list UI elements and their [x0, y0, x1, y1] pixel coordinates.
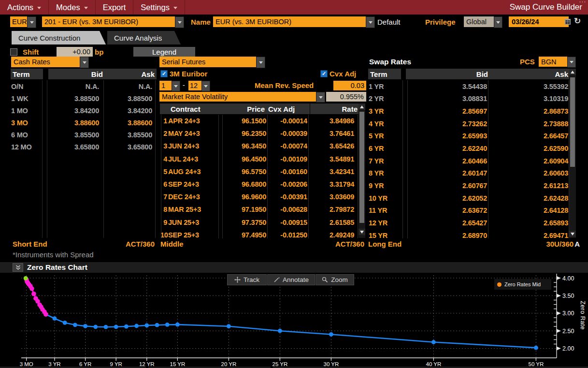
- date-field[interactable]: 03/26/24: [509, 16, 569, 27]
- futures-col-rate[interactable]: Rate: [310, 103, 359, 114]
- menu-actions[interactable]: Actions: [0, 0, 49, 15]
- cell: 2.60603: [487, 169, 568, 177]
- cash-rates-select[interactable]: Cash Rates: [11, 57, 84, 67]
- cell: 3.88600: [99, 119, 152, 127]
- futures-col-contract[interactable]: Contract: [160, 103, 227, 114]
- curve-dropdown-button[interactable]: [175, 16, 184, 28]
- swap-col-term[interactable]: Term: [368, 69, 401, 79]
- serial-futures-dropdown-button[interactable]: [256, 57, 265, 68]
- cell: 6: [160, 180, 167, 188]
- futures-scrollbar-thumb[interactable]: [359, 112, 364, 223]
- table-row[interactable]: 5AUG 24+396.5750-0.001603.42341: [159, 165, 359, 178]
- table-row[interactable]: 4 YR2.732622.73888: [367, 118, 569, 130]
- table-row[interactable]: 4JUL 24+396.4500-0.001093.54891: [159, 153, 359, 165]
- cell: 2.61585: [307, 219, 354, 226]
- cash-col-term[interactable]: Term: [11, 69, 43, 79]
- refresh-icon[interactable]: ↻: [574, 16, 584, 27]
- range-start-dropdown-button[interactable]: [172, 81, 180, 91]
- table-row[interactable]: 6SEP 24+396.6800-0.002063.31794: [159, 178, 359, 191]
- cell: 3.65426: [307, 142, 354, 150]
- chevron-down-icon: [204, 85, 208, 88]
- collapse-chart-icon[interactable]: [13, 263, 23, 272]
- cell: -0.00628: [266, 206, 307, 213]
- table-row[interactable]: 6 YR2.622402.62590: [367, 142, 569, 155]
- menu-settings[interactable]: Settings: [133, 0, 185, 15]
- pcs-select[interactable]: BGN: [539, 57, 571, 67]
- cell: N.A.: [99, 83, 152, 90]
- name-dropdown-button[interactable]: [366, 16, 375, 28]
- volatility-select[interactable]: Market Rate Volatility: [159, 92, 320, 102]
- table-row[interactable]: 7 YR2.604662.60904: [367, 155, 569, 167]
- table-row[interactable]: 8MAR 25+397.1950-0.006282.79872: [159, 203, 359, 216]
- table-row[interactable]: 5 YR2.659932.66457: [367, 130, 569, 143]
- volatility-value-input[interactable]: 0.955%: [326, 92, 366, 102]
- table-row[interactable]: 1APR 24+396.1500-0.000143.84986: [159, 115, 359, 127]
- menu-export[interactable]: Export: [96, 0, 134, 15]
- name-field[interactable]: EUR (vs. 3M EURIBOR): [213, 16, 370, 27]
- cell: 5 YR: [369, 132, 400, 140]
- swap-col-bid[interactable]: Bid: [406, 69, 490, 79]
- table-row[interactable]: 3 YR2.856972.86873: [367, 105, 569, 118]
- calendar-icon[interactable]: [564, 17, 572, 26]
- volatility-dropdown-button[interactable]: [316, 92, 325, 103]
- table-row[interactable]: 15 YR2.689702.69471: [367, 229, 569, 238]
- swap-col-ask[interactable]: Ask: [490, 69, 570, 79]
- table-row[interactable]: 8 YR2.601472.60603: [367, 167, 569, 179]
- mean-rev-speed-input[interactable]: 0.03: [333, 81, 366, 90]
- scroll-down-icon[interactable]: [359, 229, 365, 235]
- swap-scrollbar-thumb[interactable]: [570, 77, 575, 167]
- cell: 2.62052: [409, 194, 487, 202]
- shift-value-input[interactable]: +0.00: [57, 47, 93, 57]
- tab-curve-construction[interactable]: Curve Construction: [12, 31, 106, 44]
- range-end-dropdown-button[interactable]: [201, 81, 210, 91]
- window-grip-icon[interactable]: [579, 1, 586, 3]
- pcs-dropdown-button[interactable]: [567, 57, 576, 68]
- table-row[interactable]: 9 YR2.607672.61213: [367, 179, 569, 192]
- menu-modes[interactable]: Modes: [49, 0, 96, 15]
- futures-col-price[interactable]: Price: [218, 103, 267, 114]
- zoom-button[interactable]: Zoom: [316, 274, 354, 285]
- table-row[interactable]: 10 YR2.620522.62428: [367, 192, 569, 205]
- cash-rates-dropdown-button[interactable]: [80, 57, 89, 68]
- curve-select[interactable]: 201 - EUR (vs. 3M EURIBOR): [42, 16, 179, 27]
- cell: 3.03609: [307, 193, 354, 201]
- table-row[interactable]: 2 YR3.088313.10319: [367, 93, 569, 105]
- cash-col-ask[interactable]: Ask: [104, 69, 157, 79]
- scroll-up-icon[interactable]: [359, 103, 365, 110]
- shift-checkbox[interactable]: [10, 48, 17, 56]
- instrument-checkbox[interactable]: ✓: [160, 70, 168, 77]
- serial-futures-select[interactable]: Serial Futures: [159, 57, 260, 67]
- table-row[interactable]: 10SEP 25+397.4950-0.012502.49249: [159, 229, 359, 238]
- table-row[interactable]: 12 YR2.654272.65893: [367, 217, 569, 229]
- table-row[interactable]: 3JUN 24+396.3450-0.000743.65426: [159, 140, 359, 152]
- scroll-down-icon[interactable]: [569, 231, 576, 237]
- cvx-adj-checkbox[interactable]: ✓: [320, 70, 328, 77]
- annotate-button[interactable]: Annotate: [267, 274, 315, 285]
- table-row[interactable]: 3 MO3.886003.88600: [0, 117, 158, 129]
- table-row[interactable]: 11 YR2.636722.64128: [367, 204, 569, 217]
- cell: 97.1950: [215, 206, 266, 213]
- table-row[interactable]: 9JUN 25+397.3750-0.009152.61585: [159, 216, 359, 229]
- table-row[interactable]: O/NN.A.N.A.: [0, 80, 158, 92]
- table-row[interactable]: 2MAY 24+396.2350-0.000393.76461: [159, 127, 359, 140]
- table-row[interactable]: 1 YR3.544383.55392: [367, 80, 569, 93]
- table-row[interactable]: 1 MO3.842003.84200: [0, 104, 158, 117]
- cell: -0.00915: [266, 219, 307, 226]
- cash-col-bid[interactable]: Bid: [48, 69, 105, 79]
- cell: -0.00014: [266, 117, 307, 125]
- track-button[interactable]: Track: [227, 274, 267, 285]
- privilege-dropdown-button[interactable]: [494, 16, 502, 28]
- legend-label: Zero Rates Mid: [504, 281, 541, 287]
- swap-rates-table: 1 YR3.544383.553922 YR3.088313.103193 YR…: [367, 80, 569, 238]
- scroll-up-icon[interactable]: [569, 69, 576, 75]
- table-row[interactable]: 6 MO3.855003.85500: [0, 129, 158, 141]
- column-divider: [155, 80, 156, 238]
- table-row[interactable]: 1 WK3.885003.88500: [0, 92, 158, 104]
- table-row[interactable]: 12 MO3.658003.65800: [0, 141, 158, 153]
- table-row[interactable]: 7DEC 24+396.9600-0.003913.03609: [159, 191, 359, 203]
- tab-curve-analysis[interactable]: Curve Analysis: [107, 31, 181, 44]
- currency-dropdown-button[interactable]: [27, 16, 36, 28]
- futures-col-cvx-adj[interactable]: Cvx Adj: [267, 103, 310, 114]
- privilege-select[interactable]: Global: [464, 16, 498, 27]
- legend-button[interactable]: Legend: [133, 47, 195, 57]
